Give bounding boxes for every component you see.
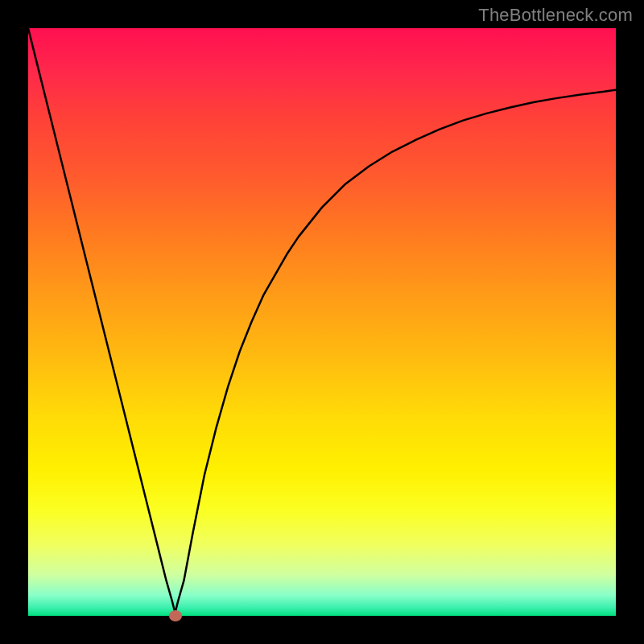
watermark-text: TheBottleneck.com: [478, 5, 633, 26]
plot-area: [28, 28, 616, 616]
bottleneck-curve: [28, 28, 616, 616]
minimum-point-marker: [169, 610, 182, 621]
chart-frame: TheBottleneck.com: [0, 0, 644, 644]
